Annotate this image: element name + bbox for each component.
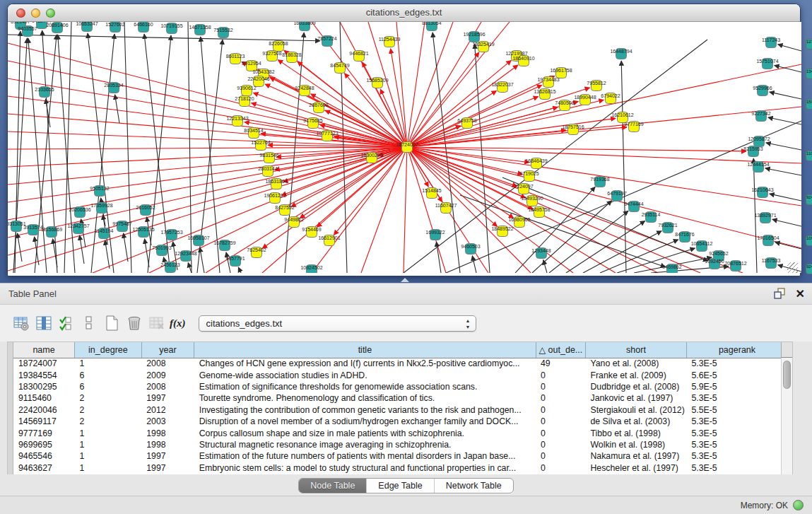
table-row[interactable]: 1938455462009Genome-wide association stu… xyxy=(13,369,788,380)
cell-title[interactable]: Investigating the contribution of common… xyxy=(194,404,536,416)
cell-title[interactable]: Embryonic stem cells: a model to study s… xyxy=(194,462,536,474)
cell-title[interactable]: Corpus callosum shape and size in male p… xyxy=(194,427,536,438)
graph-edge[interactable] xyxy=(93,147,407,273)
cell-out_degree[interactable]: 0 xyxy=(536,381,585,392)
cell-short[interactable]: de Silva et al. (2003) xyxy=(585,416,686,427)
close-panel-icon[interactable]: ✕ xyxy=(796,287,805,301)
cell-short[interactable]: Wolkin et al. (1998) xyxy=(585,439,686,450)
graph-edge[interactable] xyxy=(407,102,578,147)
cell-pagerank[interactable]: 5.3E-5 xyxy=(686,427,787,438)
cell-year[interactable]: 2012 xyxy=(141,404,194,416)
graph-edge[interactable] xyxy=(115,95,119,123)
cell-year[interactable]: 1998 xyxy=(141,439,194,450)
cell-title[interactable]: Genome-wide association studies in ADHD. xyxy=(194,369,536,380)
graph-edge[interactable] xyxy=(407,147,446,273)
graph-edge[interactable] xyxy=(145,239,149,267)
cell-title[interactable]: Estimation of significance thresholds fo… xyxy=(194,381,536,392)
graph-node[interactable]: 1092450 xyxy=(806,235,812,246)
graph-edge[interactable] xyxy=(766,143,801,150)
table-select-dropdown[interactable]: citations_edges.txt ▲▼ xyxy=(199,315,476,332)
graph-edge[interactable] xyxy=(621,61,626,273)
graph-edge[interactable] xyxy=(206,147,407,273)
graph-edge[interactable] xyxy=(475,44,490,273)
delete-column-button[interactable] xyxy=(123,312,146,334)
network-window[interactable]: citations_edges.txt 18724007183002958601… xyxy=(7,4,801,276)
table-row[interactable]: 1456911722003Disruption of a novel membe… xyxy=(13,416,788,427)
table-row[interactable]: 977716911998Corpus callosum shape and si… xyxy=(13,427,788,438)
vertical-scrollbar[interactable] xyxy=(781,358,792,474)
cell-in_degree[interactable]: 6 xyxy=(75,381,142,392)
graph-edge[interactable] xyxy=(549,211,628,273)
cell-name[interactable]: 14569117 xyxy=(13,416,75,427)
cell-out_degree[interactable]: 0 xyxy=(536,450,585,462)
cell-short[interactable]: Franke et al. (2009) xyxy=(585,369,686,380)
column-header-title[interactable]: title xyxy=(194,342,536,358)
cell-pagerank[interactable]: 5.3E-5 xyxy=(686,462,787,474)
graph-edge[interactable] xyxy=(200,247,204,273)
graph-node[interactable]: 1343990 xyxy=(806,69,812,79)
graph-edge[interactable] xyxy=(765,168,801,175)
cell-in_degree[interactable]: 2 xyxy=(75,404,142,416)
graph-edge[interactable] xyxy=(775,242,801,249)
graph-edge[interactable] xyxy=(300,147,407,218)
cell-in_degree[interactable]: 6 xyxy=(75,369,142,380)
graph-edge[interactable] xyxy=(407,64,801,147)
graph-edge[interactable] xyxy=(407,147,743,273)
table-row[interactable]: 969969511998Structural magnetic resonanc… xyxy=(13,439,788,450)
cell-year[interactable]: 2003 xyxy=(141,416,194,427)
graph-edge[interactable] xyxy=(778,45,801,51)
table-row[interactable]: 1872400712008Changes of HCN gene express… xyxy=(13,358,788,369)
cell-pagerank[interactable]: 5.3E-5 xyxy=(686,392,787,404)
cell-in_degree[interactable]: 1 xyxy=(75,358,142,369)
graph-edge[interactable] xyxy=(770,92,801,99)
cell-year[interactable]: 1997 xyxy=(141,462,194,474)
graph-edge[interactable] xyxy=(407,127,627,147)
cell-name[interactable]: 9463627 xyxy=(13,462,75,474)
cell-name[interactable]: 9777169 xyxy=(13,427,75,438)
graph-edge[interactable] xyxy=(28,38,47,273)
cell-out_degree[interactable]: 0 xyxy=(536,427,585,438)
graph-edge[interactable] xyxy=(105,240,110,269)
cell-year[interactable]: 2008 xyxy=(141,381,194,392)
cell-title[interactable]: Changes of HCN gene expression and I(f) … xyxy=(194,358,536,369)
cell-pagerank[interactable]: 5.6E-5 xyxy=(686,369,787,380)
graph-edge[interactable] xyxy=(238,267,241,273)
cell-in_degree[interactable]: 1 xyxy=(75,427,142,438)
graph-node[interactable]: 1103516 xyxy=(806,151,812,161)
column-header-out_degree[interactable]: △ out_de... xyxy=(536,342,585,358)
create-column-button[interactable] xyxy=(100,312,123,334)
graph-edge[interactable] xyxy=(124,233,128,262)
graph-node[interactable]: 1593583 xyxy=(806,99,812,110)
cell-year[interactable]: 1997 xyxy=(141,450,194,462)
graph-edge[interactable] xyxy=(58,35,75,273)
cell-short[interactable]: Tibbo et al. (1998) xyxy=(585,427,686,438)
cell-in_degree[interactable]: 2 xyxy=(75,416,142,427)
graph-edge[interactable] xyxy=(18,233,22,262)
cell-out_degree[interactable]: 0 xyxy=(536,416,585,427)
tab-edge-table[interactable]: Edge Table xyxy=(367,479,434,493)
cell-name[interactable]: 19384554 xyxy=(13,369,75,380)
cell-year[interactable]: 2009 xyxy=(141,369,194,380)
graph-edge[interactable] xyxy=(53,239,57,267)
graph-node[interactable]: 1273415 xyxy=(806,39,812,49)
graph-edge[interactable] xyxy=(80,235,84,264)
graph-node[interactable]: 9245012 xyxy=(806,194,812,205)
column-header-short[interactable]: short xyxy=(585,342,686,358)
cell-name[interactable]: 9465546 xyxy=(13,450,75,462)
network-window-titlebar[interactable]: citations_edges.txt xyxy=(8,4,800,22)
splitter-handle[interactable] xyxy=(401,278,409,282)
network-canvas[interactable]: 1872400718300295860112389129548226058932… xyxy=(8,22,801,273)
cell-out_degree[interactable]: 49 xyxy=(536,358,585,369)
float-panel-icon[interactable] xyxy=(772,286,787,302)
graph-edge[interactable] xyxy=(407,65,518,147)
cell-title[interactable]: Tourette syndrome. Phenomenology and cla… xyxy=(194,392,536,404)
cell-year[interactable]: 1997 xyxy=(141,392,194,404)
cell-short[interactable]: Stergiakouli et al. (2012) xyxy=(585,404,686,416)
table-row[interactable]: 946362711997Embryonic stem cells: a mode… xyxy=(13,462,788,474)
graph-edge[interactable] xyxy=(770,194,801,201)
table-row[interactable]: 911546021997Tourette syndrome. Phenomeno… xyxy=(13,392,788,404)
cell-short[interactable]: Jankovic et al. (1997) xyxy=(585,392,686,404)
cell-name[interactable]: 22420046 xyxy=(13,404,75,416)
tab-network-table[interactable]: Network Table xyxy=(435,479,513,493)
cell-short[interactable]: Yano et al. (2008) xyxy=(585,358,686,369)
